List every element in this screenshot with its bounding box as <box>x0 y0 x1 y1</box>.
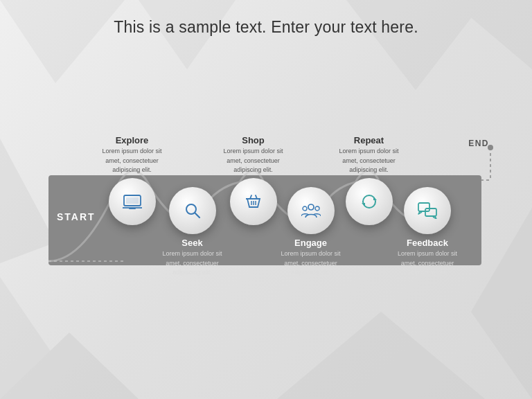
circle-feedback: Feedback Lorem ipsum dolor sit amet, con… <box>390 187 465 278</box>
repeat-label-above: Repeat Lorem ipsum dolor sit amet, conse… <box>332 135 405 175</box>
engage-circle <box>287 187 335 234</box>
seek-label-below: Seek Lorem ipsum dolor sit amet, consect… <box>156 238 229 278</box>
explore-circle <box>109 178 156 225</box>
shop-label-above: Shop Lorem ipsum dolor sit amet, consect… <box>217 135 290 175</box>
svg-rect-16 <box>126 197 139 204</box>
chat-icon <box>418 202 437 219</box>
search-icon <box>184 202 202 220</box>
repeat-icon <box>360 193 378 211</box>
feedback-label-below: Feedback Lorem ipsum dolor sit amet, con… <box>390 238 465 278</box>
diagram-area: START END Explore Lorem ipsum dolor sit … <box>12 73 520 343</box>
svg-rect-15 <box>129 208 136 209</box>
basket-icon <box>245 193 263 210</box>
people-icon <box>301 202 321 219</box>
engage-label-below: Engage Lorem ipsum dolor sit amet, conse… <box>274 238 347 278</box>
svg-point-22 <box>308 204 314 210</box>
feedback-circle <box>404 187 451 234</box>
seek-circle <box>169 187 216 234</box>
svg-rect-27 <box>418 203 429 211</box>
svg-point-23 <box>303 206 307 211</box>
laptop-icon <box>123 194 142 209</box>
shop-circle <box>230 178 277 225</box>
page-title: This is a sample text. Enter your text h… <box>0 0 532 37</box>
explore-label-above: Explore Lorem ipsum dolor sit amet, cons… <box>96 135 168 175</box>
svg-marker-25 <box>373 197 377 200</box>
svg-rect-28 <box>425 209 436 216</box>
svg-line-18 <box>195 213 200 218</box>
start-label: START <box>57 211 96 222</box>
end-label: END <box>468 139 489 148</box>
svg-point-24 <box>315 206 319 211</box>
svg-marker-26 <box>362 203 365 206</box>
repeat-circle <box>346 178 393 225</box>
